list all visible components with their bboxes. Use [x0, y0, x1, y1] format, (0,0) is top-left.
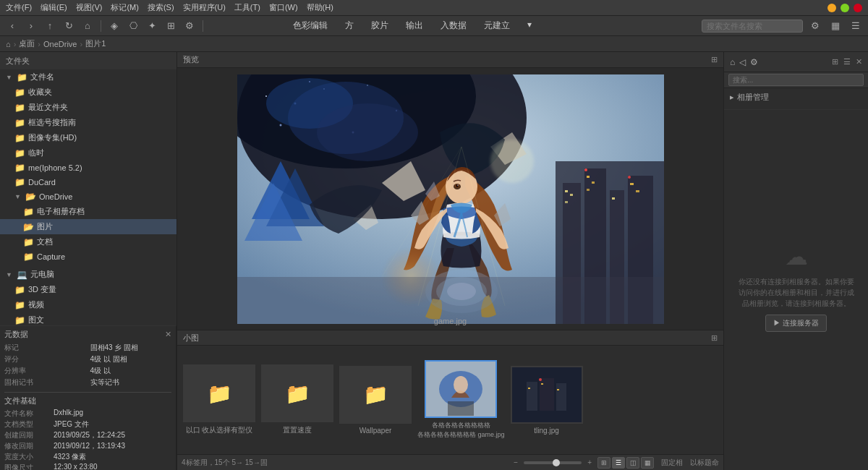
tool-btn-5[interactable]: ⚙ [182, 18, 197, 34]
tool-btn-2[interactable]: ⎔ [125, 18, 141, 34]
sidebar-item-iphone[interactable]: 📁 me(Iphone 5.2) [0, 161, 176, 175]
menu-edit[interactable]: 编辑(E) [41, 2, 67, 13]
close-button[interactable] [854, 4, 862, 12]
refresh-button[interactable]: ↻ [61, 18, 77, 34]
toolbar-separator-2 [203, 20, 203, 32]
view-large-btn[interactable]: ▦ [641, 457, 654, 469]
film-thumb-1[interactable]: 📁 [183, 364, 255, 422]
tool-btn-4[interactable]: ⊞ [163, 18, 179, 34]
view-detail-btn[interactable]: ◫ [626, 457, 639, 469]
home-button[interactable]: ⌂ [80, 18, 95, 34]
sidebar-item-capture[interactable]: 📁 Capture [0, 249, 176, 264]
preview-title: 预览 [183, 54, 199, 65]
zoom-out-icon[interactable]: − [514, 458, 518, 466]
menu-tools[interactable]: 工具(T) [234, 2, 260, 13]
panel-home-icon[interactable]: ⌂ [730, 57, 735, 67]
sidebar-item-docs[interactable]: 📁 文档 [0, 234, 176, 249]
metadata-close-btn[interactable]: ✕ [165, 330, 171, 339]
sidebar-item-pictures[interactable]: 📂 图片 [0, 219, 176, 234]
menu-mark[interactable]: 标记(M) [111, 2, 139, 13]
menu-utility[interactable]: 实用程序(U) [183, 2, 226, 13]
panel-close-icon[interactable]: ✕ [856, 57, 862, 66]
sidebar-scroll[interactable]: ▼ 📁 文件名 📁 收藏夹 📁 最近文件夹 📁 框选号搜指南 📁 图像专集(HD… [0, 69, 176, 325]
sidebar-item-album[interactable]: 📁 电子相册存档 [0, 204, 176, 219]
film-item-1[interactable]: 📁 以口 收从选择有型仪 [183, 364, 255, 435]
breadcrumb-item-3[interactable]: 图片1 [85, 38, 106, 49]
film-thumb-3[interactable]: 📁 [339, 366, 412, 424]
grid-btn[interactable]: ☰ [848, 18, 864, 34]
tool5-btn[interactable]: 元建立 [481, 18, 513, 33]
film-item-5[interactable]: tling.jpg [511, 366, 583, 435]
connect-server-button[interactable]: ▶ 连接服务器 [765, 315, 827, 332]
svg-point-61 [539, 378, 542, 381]
svg-rect-41 [565, 190, 568, 192]
breadcrumb: ⌂ › 桌面 › OneDrive › 图片1 [0, 36, 868, 52]
view-option-2[interactable]: 以标题命 [690, 458, 719, 468]
sidebar-item-recent[interactable]: 📁 最近文件夹 [0, 100, 176, 115]
maximize-button[interactable] [841, 4, 849, 12]
tool4-btn[interactable]: 入数据 [438, 18, 469, 33]
film-thumb-4-active[interactable] [425, 360, 497, 418]
minimize-button[interactable] [827, 4, 836, 12]
settings-btn[interactable]: ⚙ [807, 18, 823, 34]
sidebar-item-graphic[interactable]: 📁 图文 [0, 312, 176, 325]
sidebar-item-label: 电子相册存档 [37, 206, 85, 217]
sidebar-item-3d[interactable]: 📁 3D 变量 [0, 282, 176, 297]
home-icon[interactable]: ⌂ [6, 40, 11, 48]
up-button[interactable]: ↑ [42, 18, 58, 34]
sidebar-item-onedrive[interactable]: ▼ 📂 OneDrive [0, 189, 176, 204]
zoom-slider[interactable] [524, 461, 582, 464]
sidebar-item-label: Capture [37, 252, 65, 261]
search-input[interactable] [702, 20, 803, 33]
tool-btn-1[interactable]: ◈ [106, 18, 122, 34]
sidebar-item-computer[interactable]: ▼ 💻 元电脑 [0, 267, 176, 282]
meta-field-value: JPEG 文件 [54, 419, 89, 430]
preview-expand-btn[interactable]: ⊞ [711, 55, 718, 64]
forward-button[interactable]: › [23, 18, 39, 34]
sidebar-item-video[interactable]: 📁 视频 [0, 297, 176, 312]
view-list-btn[interactable]: ☰ [612, 457, 625, 469]
menu-help[interactable]: 帮助(H) [307, 2, 333, 13]
view-option-1[interactable]: 固定相 [661, 458, 683, 468]
toolbar-right: ⚙ ▦ ☰ [702, 18, 864, 34]
sidebar-item-favorites[interactable]: 📁 收藏夹 [0, 85, 176, 100]
layout-btn[interactable]: ▦ [827, 18, 843, 34]
film-item-4[interactable]: 各格各格各格格格格 各格各格各格格格格 game.jpg [417, 360, 505, 440]
items-count-label: 4标签用，15个 5→ 15→固 [182, 458, 268, 468]
color-edit-btn[interactable]: 色彩编辑 [290, 18, 331, 33]
film-thumb-5[interactable] [511, 366, 583, 424]
image-preview[interactable]: game.jpg [177, 68, 723, 330]
tool2-btn[interactable]: 胶片 [368, 18, 391, 33]
breadcrumb-item-1[interactable]: 桌面 [19, 38, 35, 49]
right-search-input[interactable] [728, 74, 864, 86]
filmstrip[interactable]: 📁 以口 收从选择有型仪 📁 置置速度 📁 Wallpaper [177, 346, 723, 454]
panel-grid-icon[interactable]: ⊞ [832, 57, 838, 66]
panel-settings-icon[interactable]: ⚙ [750, 57, 758, 67]
menu-window[interactable]: 窗口(W) [269, 2, 298, 13]
sidebar-item-search[interactable]: 📁 框选号搜指南 [0, 115, 176, 130]
tool5-expand[interactable]: ▾ [524, 18, 535, 33]
svg-point-8 [265, 95, 267, 97]
film-item-3[interactable]: 📁 Wallpaper [339, 366, 412, 435]
sidebar-item-hd[interactable]: 📁 图像专集(HD) [0, 130, 176, 145]
tool3-btn[interactable]: 输出 [403, 18, 426, 33]
film-item-2[interactable]: 📁 置置速度 [261, 364, 333, 435]
sidebar-item-ducard[interactable]: 📁 DuCard [0, 175, 176, 189]
view-grid-btn[interactable]: ⊞ [597, 457, 610, 469]
filmstrip-expand-btn[interactable]: ⊞ [711, 333, 718, 343]
menu-search[interactable]: 搜索(S) [148, 2, 174, 13]
sidebar-item-temp[interactable]: 📁 临时 [0, 145, 176, 161]
breadcrumb-item-2[interactable]: OneDrive [43, 40, 77, 48]
tool1-btn[interactable]: 方 [342, 18, 357, 33]
film-thumb-2[interactable]: 📁 [261, 364, 333, 422]
tool-btn-3[interactable]: ✦ [144, 18, 160, 34]
sidebar-title: 文件夹 [0, 52, 176, 69]
zoom-in-icon[interactable]: + [587, 458, 592, 466]
panel-list-icon[interactable]: ☰ [843, 57, 851, 66]
filmstrip-title: 小图 [183, 333, 199, 343]
sidebar-item-root[interactable]: ▼ 📁 文件名 [0, 69, 176, 85]
menu-view[interactable]: 视图(V) [76, 2, 103, 13]
panel-arrow-icon[interactable]: ◁ [739, 57, 746, 67]
menu-file[interactable]: 文件(F) [6, 2, 32, 13]
back-button[interactable]: ‹ [4, 18, 20, 34]
